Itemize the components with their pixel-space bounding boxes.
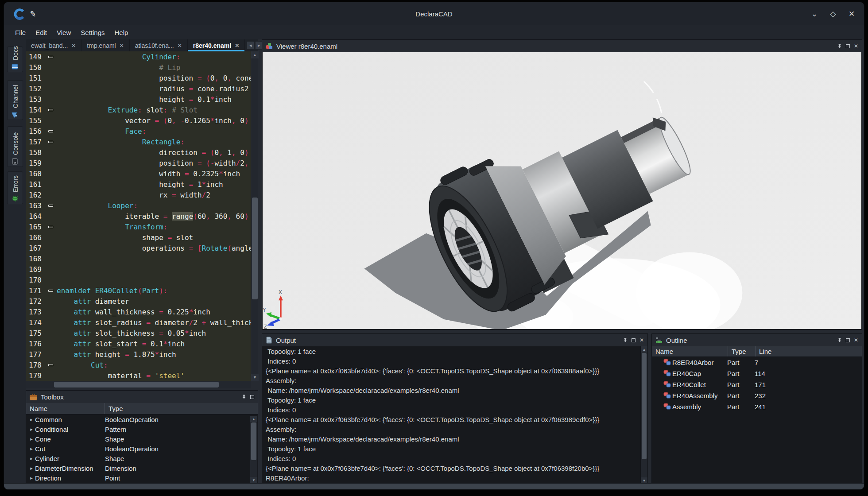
output-header[interactable]: Output ✕ <box>262 334 647 346</box>
fold-marker-icon[interactable] <box>48 130 53 132</box>
menu-item-file[interactable]: File <box>10 27 31 38</box>
tab-close-icon[interactable]: ✕ <box>178 43 182 49</box>
scroll-down-icon[interactable]: ▼ <box>641 477 647 484</box>
fold-column[interactable] <box>45 290 57 292</box>
expander-icon[interactable]: ▸ <box>28 456 35 461</box>
fold-marker-icon[interactable] <box>48 109 53 111</box>
tab-close-icon[interactable]: ✕ <box>120 43 124 49</box>
fold-column[interactable] <box>45 56 57 58</box>
tab-scroll-left-icon[interactable]: ◂ <box>247 41 254 50</box>
fold-column[interactable] <box>45 364 57 366</box>
maximize-button[interactable]: ◇ <box>829 9 837 19</box>
float-icon[interactable] <box>846 44 850 48</box>
expander-icon[interactable]: ▸ <box>28 465 35 471</box>
outline-header[interactable]: Outline ✕ <box>652 334 862 346</box>
column-name[interactable]: Name <box>652 346 728 356</box>
toolbox-row-common[interactable]: ▸CommonBooleanOperation <box>26 415 258 424</box>
close-icon[interactable]: ✕ <box>639 337 644 343</box>
expander-icon[interactable]: ▸ <box>28 417 35 422</box>
editor-tab-ewalt-band-[interactable]: ewalt_band...✕ <box>26 39 81 51</box>
fold-marker-icon[interactable] <box>48 141 53 143</box>
pin-icon[interactable] <box>837 337 842 343</box>
scroll-up-icon[interactable]: ▲ <box>251 51 259 58</box>
fold-column[interactable] <box>45 109 57 111</box>
sidebar-tab-docs[interactable]: Docs <box>7 46 23 72</box>
scroll-up-icon[interactable]: ▲ <box>641 346 647 353</box>
expander-icon[interactable]: ▸ <box>28 446 35 452</box>
close-icon[interactable]: ✕ <box>854 337 858 343</box>
minimize-button[interactable]: ⌄ <box>810 9 819 19</box>
fold-column[interactable] <box>45 130 57 132</box>
outline-row-r8er40arbor[interactable]: R8ER40ArborPart7 <box>652 357 862 368</box>
code-line: 159 position = (-width/2, <box>26 158 258 168</box>
expander-icon[interactable]: ▸ <box>28 436 35 442</box>
code-editor[interactable]: 149 Cylinder:150 # Lip151 position = (0,… <box>26 51 258 381</box>
editor-tab-atlas10f-ena-[interactable]: atlas10f.ena...✕ <box>130 39 188 51</box>
line-number: 171 <box>26 287 45 295</box>
sidebar-tab-channel[interactable]: Channel <box>7 80 23 120</box>
column-type[interactable]: Type <box>105 403 258 414</box>
fold-column[interactable] <box>45 141 57 143</box>
tab-close-icon[interactable]: ✕ <box>235 43 239 49</box>
editor-horizontal-scrollbar[interactable] <box>26 381 251 388</box>
close-icon[interactable]: ✕ <box>854 43 858 49</box>
editor-vertical-scrollbar[interactable]: ▲ ▼ <box>251 51 258 381</box>
line-number: 167 <box>26 244 45 252</box>
menu-item-view[interactable]: View <box>52 27 76 38</box>
outline-row-er40assembly[interactable]: ER40AssemblyPart232 <box>652 390 862 401</box>
output-scrollbar[interactable]: ▲ ▼ <box>640 346 647 484</box>
outline-row-assembly[interactable]: AssemblyPart241 <box>652 401 862 412</box>
fold-column[interactable] <box>45 205 57 207</box>
pin-icon[interactable] <box>241 394 246 399</box>
toolbox-row-diameterdimension[interactable]: ▸DiameterDimensionDimension <box>26 463 258 473</box>
tab-close-icon[interactable]: ✕ <box>71 43 76 49</box>
viewer-3d-viewport[interactable]: X Y Z <box>263 52 861 329</box>
toolbox-scrollbar[interactable]: ▲ ▼ <box>250 416 257 483</box>
close-button[interactable]: ✕ <box>847 9 856 19</box>
scroll-down-icon[interactable]: ▼ <box>251 374 259 381</box>
column-line[interactable]: Line <box>756 346 862 356</box>
column-type[interactable]: Type <box>728 346 756 356</box>
tab-label: r8er40.enaml <box>193 42 231 49</box>
menu-item-edit[interactable]: Edit <box>31 27 52 38</box>
sidebar-tab-console[interactable]: Console <box>7 126 23 167</box>
expander-icon[interactable]: ▸ <box>28 426 35 432</box>
expander-icon[interactable]: ▸ <box>28 475 35 481</box>
fold-marker-icon[interactable] <box>48 290 53 292</box>
editor-tab-r8er40-enaml[interactable]: r8er40.enaml✕ <box>188 39 245 51</box>
sidebar-tab-errors[interactable]: Errors <box>7 171 23 204</box>
float-icon[interactable] <box>250 395 254 399</box>
output-line: Name: /home/jrm/Workspace/declaracad/exa… <box>266 435 640 445</box>
editor-tab-tmp-enaml[interactable]: tmp.enaml✕ <box>81 39 129 51</box>
menu-item-help[interactable]: Help <box>109 27 133 38</box>
toolbox-row-cylinder[interactable]: ▸CylinderShape <box>26 453 258 463</box>
toolbox-row-cone[interactable]: ▸ConeShape <box>26 434 258 444</box>
scroll-down-icon[interactable]: ▼ <box>250 477 257 483</box>
outline-row-er40cap[interactable]: ER40CapPart114 <box>652 368 862 379</box>
scroll-up-icon[interactable]: ▲ <box>250 416 257 422</box>
fold-marker-icon[interactable] <box>48 205 53 207</box>
column-name[interactable]: Name <box>26 403 105 414</box>
scrollbar-thumb[interactable] <box>642 353 647 459</box>
line-number: 177 <box>26 350 45 359</box>
fold-marker-icon[interactable] <box>48 364 53 366</box>
outline-row-er40collet[interactable]: ER40ColletPart171 <box>652 379 862 390</box>
viewer-header[interactable]: Viewer r8er40.enaml ✕ <box>262 40 862 52</box>
scrollbar-thumb[interactable] <box>251 422 256 460</box>
toolbox-header[interactable]: Toolbox <box>26 391 258 403</box>
toolbox-row-conditional[interactable]: ▸ConditionalPattern <box>26 424 258 434</box>
fold-column[interactable] <box>45 226 57 228</box>
toolbox-row-direction[interactable]: ▸DirectionPoint <box>26 473 258 483</box>
code-line: 174 attr slot_radius = diameter/2 + wall… <box>26 317 258 328</box>
float-icon[interactable] <box>846 338 850 342</box>
scrollbar-thumb[interactable] <box>54 382 219 388</box>
scrollbar-thumb[interactable] <box>252 198 258 299</box>
fold-marker-icon[interactable] <box>48 56 53 58</box>
menu-item-settings[interactable]: Settings <box>76 27 109 38</box>
toolbox-row-cut[interactable]: ▸CutBooleanOperation <box>26 444 258 453</box>
fold-marker-icon[interactable] <box>48 226 53 228</box>
pin-icon[interactable] <box>837 43 842 49</box>
pin-icon[interactable] <box>623 337 628 343</box>
float-icon[interactable] <box>632 338 636 342</box>
output-log[interactable]: Topoolgy: 1 face Indices: 0{<Plane name=… <box>262 346 640 484</box>
